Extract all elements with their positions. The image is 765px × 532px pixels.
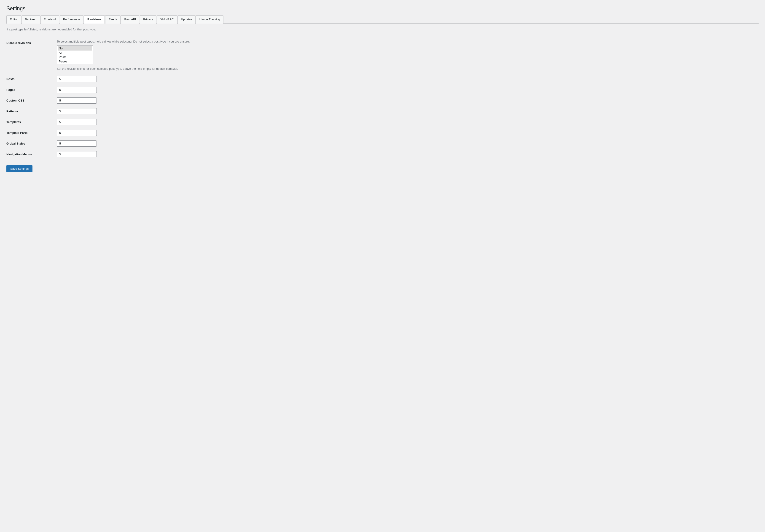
field-row-custom-css: Custom CSS [6, 95, 759, 106]
field-label-template-parts: Template Parts [6, 131, 57, 135]
field-input-custom-css[interactable] [57, 97, 97, 104]
tab-xml-rpc[interactable]: XML-RPC [157, 15, 177, 24]
field-input-template-parts[interactable] [57, 130, 97, 136]
tab-performance[interactable]: Performance [60, 15, 84, 24]
field-input-posts[interactable] [57, 76, 97, 82]
field-input-navigation-menus[interactable] [57, 151, 97, 157]
field-label-navigation-menus: Navigation Menus [6, 153, 57, 156]
field-label-patterns: Patterns [6, 110, 57, 113]
tab-privacy[interactable]: Privacy [140, 15, 156, 24]
disable-revisions-select[interactable]: NoAllPostsPages [57, 46, 93, 64]
tab-feeds[interactable]: Feeds [105, 15, 120, 24]
revisions-limit-description: Set the revisions limit for each selecte… [57, 67, 759, 70]
field-row-pages: Pages [6, 84, 759, 95]
field-label-global-styles: Global Styles [6, 142, 57, 145]
field-row-patterns: Patterns [6, 106, 759, 117]
tabs-nav: EditorBackendFrontendPerformanceRevision… [6, 15, 759, 24]
save-section: Save Settings [6, 160, 759, 172]
field-label-custom-css: Custom CSS [6, 99, 57, 102]
revisions-notice: If a post type isn't listed, revisions a… [6, 28, 759, 31]
tab-frontend[interactable]: Frontend [40, 15, 59, 24]
disable-revisions-control: To select multiple post types, hold ctrl… [57, 40, 759, 70]
disable-revisions-description: To select multiple post types, hold ctrl… [57, 40, 759, 43]
field-label-templates: Templates [6, 120, 57, 124]
tab-backend[interactable]: Backend [22, 15, 40, 24]
field-row-navigation-menus: Navigation Menus [6, 149, 759, 160]
field-row-template-parts: Template Parts [6, 127, 759, 138]
field-input-pages[interactable] [57, 87, 97, 93]
tab-revisions[interactable]: Revisions [84, 15, 105, 24]
field-row-posts: Posts [6, 74, 759, 84]
field-input-templates[interactable] [57, 119, 97, 125]
tab-editor[interactable]: Editor [6, 15, 21, 24]
disable-revisions-label: Disable revisions [6, 40, 57, 45]
fields-container: PostsPagesCustom CSSPatternsTemplatesTem… [6, 74, 759, 160]
disable-revisions-select-wrapper: NoAllPostsPages [57, 46, 93, 64]
field-input-patterns[interactable] [57, 108, 97, 114]
field-label-pages: Pages [6, 88, 57, 92]
save-settings-button[interactable]: Save Settings [6, 165, 32, 172]
field-label-posts: Posts [6, 77, 57, 81]
disable-revisions-row: Disable revisions To select multiple pos… [6, 37, 759, 74]
field-row-global-styles: Global Styles [6, 138, 759, 149]
tab-rest-api[interactable]: Rest API [121, 15, 140, 24]
field-input-global-styles[interactable] [57, 141, 97, 147]
tab-usage-tracking[interactable]: Usage Tracking [196, 15, 224, 24]
page-title: Settings [6, 5, 759, 12]
tab-updates[interactable]: Updates [178, 15, 195, 24]
field-row-templates: Templates [6, 117, 759, 127]
